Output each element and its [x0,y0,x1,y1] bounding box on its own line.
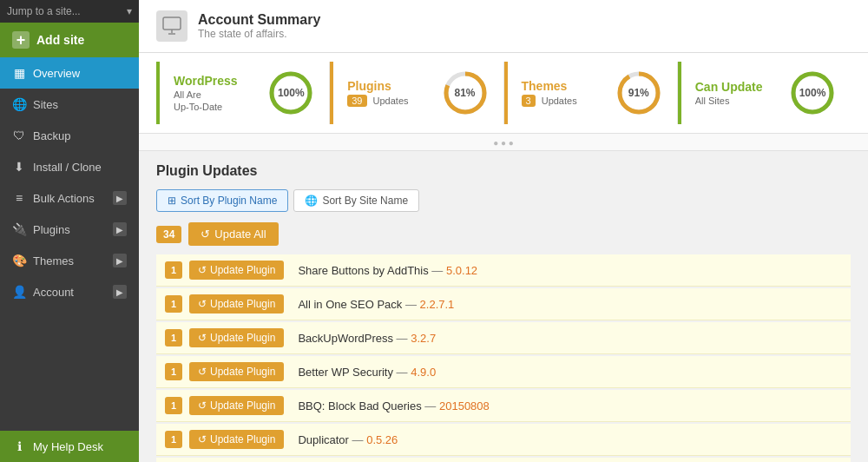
section-title: Plugin Updates [156,163,851,179]
plugin-version: 3.2.7 [411,332,436,345]
monitor-icon [156,10,187,42]
help-icon: ℹ [12,439,26,453]
jump-arrow-icon: ▾ [127,5,132,17]
plugins-stat-label: Plugins [347,79,408,93]
update-plugin-button[interactable]: ↺ Update Plugin [189,396,284,415]
sort-site-label: Sort By Site Name [322,195,408,207]
sort-buttons: ⊞ Sort By Plugin Name 🌐 Sort By Site Nam… [156,189,851,212]
sites-icon: 🌐 [12,97,26,111]
sort-by-plugin-button[interactable]: ⊞ Sort By Plugin Name [156,189,288,212]
plugins-updates-text: Updates [373,96,409,106]
stat-themes: Themes 3 Updates 91% [504,62,678,124]
sidebar-label-install: Install / Clone [33,161,102,174]
scroll-dots: ● ● ● [493,138,514,148]
plugin-num: 1 [165,329,182,346]
add-site-button[interactable]: + Add site [0,23,139,57]
plugins-badge: 39 [347,95,366,107]
update-all-icon: ↺ [201,228,210,241]
plugin-name: BBQ: Block Bad Queries — 20150808 [298,399,489,412]
update-plugin-label: Update Plugin [210,332,275,344]
sidebar-item-plugins[interactable]: 🔌 Plugins ▶ [0,214,139,245]
plugin-num: 1 [165,295,182,313]
plugin-num: 1 [165,261,182,279]
total-count-badge: 34 [156,226,181,243]
update-all-row: 34 ↺ Update All [156,222,851,246]
plugin-row: 1 ↺ Update Plugin Duplicator — 0.5.26 [156,424,851,456]
update-plugin-label: Update Plugin [210,399,275,412]
plugin-name: BackUpWordPress — 3.2.7 [298,332,436,345]
plugin-rows: 1 ↺ Update Plugin Share Buttons by AddTh… [156,254,851,462]
themes-icon: 🎨 [12,254,26,267]
sidebar-item-help-desk[interactable]: ℹ My Help Desk [0,431,139,462]
plugin-row: 1 ↺ Update Plugin Share Buttons by AddTh… [156,254,851,287]
wordpress-percent: 100% [278,87,305,99]
sidebar-label-backup: Backup [33,129,70,142]
themes-badge: 3 [522,95,536,107]
plugin-version: 20150808 [439,399,490,412]
stat-plugins: Plugins 39 Updates 81% [330,62,503,124]
svg-rect-0 [163,17,181,30]
plugin-name: All in One SEO Pack — 2.2.7.1 [298,298,454,311]
plugin-version: 5.0.12 [446,264,477,277]
themes-arrow-icon: ▶ [113,254,127,267]
wordpress-label: WordPress [174,74,238,88]
update-all-button[interactable]: ↺ Update All [188,222,278,246]
plugin-row: 1 ↺ Update Plugin BackUpWordPress — 3.2.… [156,322,851,354]
sidebar-label-bulk: Bulk Actions [33,192,95,205]
plugins-icon: 🔌 [12,222,26,236]
update-plugin-icon: ↺ [198,399,207,412]
sidebar-item-backup[interactable]: 🛡 Backup [0,120,139,151]
update-plugin-label: Update Plugin [210,298,275,310]
plugin-name: Duplicator — 0.5.26 [298,433,398,446]
sidebar-label-account: Account [33,286,74,299]
jump-to-site[interactable]: Jump to a site... ▾ [0,0,139,23]
sidebar-item-overview[interactable]: ▦ Overview [0,57,139,89]
update-plugin-icon: ↺ [198,332,207,344]
sidebar-item-account[interactable]: 👤 Account ▶ [0,276,139,307]
plugins-arrow-icon: ▶ [113,222,127,236]
bulk-actions-icon: ≡ [12,191,26,205]
plugin-row: 1 ↺ Update Plugin Gravity Forms — 1.9.13 [156,458,851,462]
update-plugin-label: Update Plugin [210,433,275,446]
add-site-label: Add site [36,33,84,47]
canupdate-donut: 100% [788,69,837,117]
themes-percent: 91% [628,87,649,99]
sidebar: Jump to a site... ▾ + Add site ▦ Overvie… [0,0,139,462]
update-plugin-icon: ↺ [198,298,207,310]
sort-site-icon: 🌐 [305,195,318,207]
update-plugin-icon: ↺ [198,433,207,446]
plugin-version: 0.5.26 [366,433,398,446]
page-title: Account Summary [198,12,320,28]
plugins-stat-sub: 39 Updates [347,95,408,107]
update-plugin-button[interactable]: ↺ Update Plugin [189,294,284,314]
bulk-arrow-icon: ▶ [113,191,127,205]
sidebar-item-themes[interactable]: 🎨 Themes ▶ [0,245,139,276]
stat-wordpress: WordPress All Are Up-To-Date 100% [156,62,330,124]
page-subtitle: The state of affairs. [198,28,320,40]
update-plugin-label: Update Plugin [210,264,275,276]
sidebar-item-bulk-actions[interactable]: ≡ Bulk Actions ▶ [0,182,139,214]
wordpress-sub1: All Are [174,89,238,100]
update-plugin-button[interactable]: ↺ Update Plugin [189,261,284,280]
backup-icon: 🛡 [12,129,26,142]
sidebar-label-sites: Sites [33,98,58,111]
sidebar-item-sites[interactable]: 🌐 Sites [0,89,139,120]
update-plugin-icon: ↺ [198,264,207,276]
sidebar-label-themes: Themes [33,254,74,267]
update-plugin-button[interactable]: ↺ Update Plugin [189,362,284,381]
plugin-row: 1 ↺ Update Plugin All in One SEO Pack — … [156,288,851,320]
sidebar-item-install-clone[interactable]: ⬇ Install / Clone [0,151,139,182]
plugin-version: 2.2.7.1 [420,298,455,311]
overview-icon: ▦ [12,66,26,80]
install-icon: ⬇ [12,160,26,174]
canupdate-sub1: All Sites [695,96,763,106]
plugin-version: 4.9.0 [411,366,436,379]
themes-stat-label: Themes [522,79,577,93]
update-plugin-button[interactable]: ↺ Update Plugin [189,328,284,347]
wordpress-donut: 100% [266,69,315,117]
update-plugin-button[interactable]: ↺ Update Plugin [189,430,284,449]
account-summary-header: Account Summary The state of affairs. [139,0,868,53]
sort-by-site-button[interactable]: 🌐 Sort By Site Name [293,189,419,212]
update-plugin-label: Update Plugin [210,366,275,378]
main-content: Account Summary The state of affairs. Wo… [139,0,868,462]
